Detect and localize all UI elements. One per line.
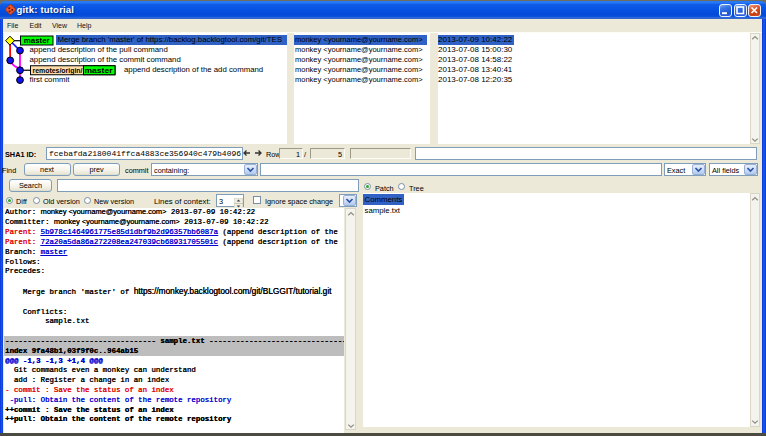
svg-text:master: master [24,36,50,45]
svg-text:master: master [85,66,113,75]
svg-text:remotes/origin/: remotes/origin/ [33,66,84,75]
